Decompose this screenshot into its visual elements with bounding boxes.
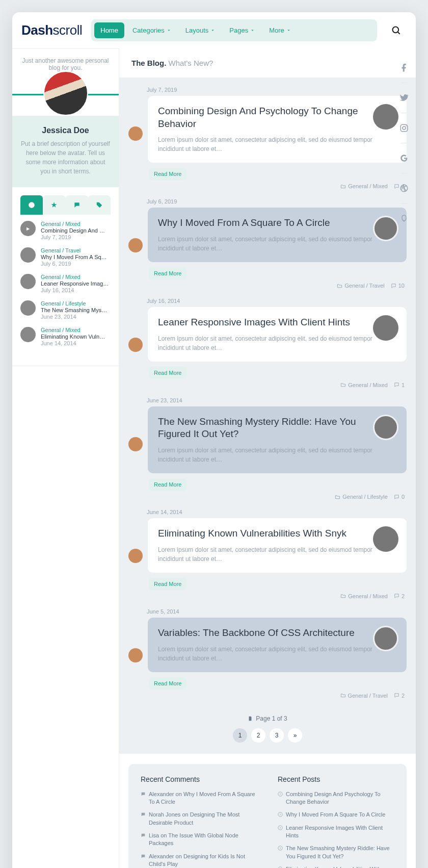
svg-point-5 <box>278 826 282 830</box>
post: June 23, 2014 The New Smashing Mystery R… <box>128 397 407 500</box>
recent-comment[interactable]: Alexander on Why I Moved From A Square T… <box>141 790 257 806</box>
post-category: General / Travel <box>41 247 107 253</box>
facebook-icon[interactable] <box>399 63 409 72</box>
post-excerpt: Lorem ipsum dolor sit amet, consectetur … <box>158 235 396 253</box>
post-date: June 5, 2014 <box>147 608 407 615</box>
post: July 7, 2019 Combining Design And Psycho… <box>128 87 407 189</box>
post-category-meta[interactable]: General / Travel <box>340 693 388 699</box>
post-thumb <box>20 221 36 236</box>
dribbble-icon[interactable] <box>399 184 409 193</box>
post-category-meta[interactable]: General / Travel <box>337 283 384 289</box>
post-card[interactable]: Eliminating Known Vulnerabilities With S… <box>148 518 407 573</box>
profile-bio: Put a brief description of yourself here… <box>20 139 111 176</box>
post-card[interactable]: Variables: The Backbone Of CSS Architect… <box>148 618 407 672</box>
recent-comment[interactable]: Lisa on The Issue With Global Node Packa… <box>141 832 257 848</box>
comment-icon <box>141 812 146 817</box>
nav-more[interactable]: More <box>263 22 297 38</box>
tag-icon <box>96 201 103 209</box>
recent-comments-title: Recent Comments <box>141 775 257 783</box>
post-excerpt: Lorem ipsum dolor sit amet, consectetur … <box>158 334 396 352</box>
search-button[interactable] <box>386 20 407 41</box>
post-card[interactable]: Why I Moved From A Square To A Circle Lo… <box>148 208 407 262</box>
post-category-meta[interactable]: General / Mixed <box>340 382 388 388</box>
tab-comments[interactable] <box>66 195 88 215</box>
post-comments-meta[interactable]: 1 <box>394 382 405 388</box>
sidebar-post[interactable]: General / Mixed Leaner Responsive Imag… … <box>20 274 111 293</box>
recent-comment[interactable]: Norah Jones on Designing The Most Desira… <box>141 811 257 827</box>
nav-home[interactable]: Home <box>94 22 124 38</box>
sidebar-post[interactable]: General / Mixed Combining Design And … J… <box>20 221 111 240</box>
nav-layouts[interactable]: Layouts <box>179 22 222 38</box>
page-title: The Blog. What's New? <box>119 48 416 78</box>
read-more-button[interactable]: Read More <box>149 677 186 690</box>
post-category-meta[interactable]: General / Mixed <box>340 593 388 599</box>
author-avatar <box>128 648 143 662</box>
folder-icon <box>335 494 340 500</box>
sidebar-post[interactable]: General / Mixed Eliminating Known Vuln… … <box>20 327 111 346</box>
post-date: July 7, 2019 <box>41 234 105 240</box>
clock-icon <box>28 201 35 209</box>
recent-post[interactable]: Eliminating Known Vulnerabilities With S… <box>278 865 394 868</box>
sidebar-post-list: General / Mixed Combining Design And … J… <box>12 215 119 366</box>
author-avatar <box>128 126 143 141</box>
nav-categories[interactable]: Categories <box>126 22 177 38</box>
tab-popular[interactable] <box>43 195 65 215</box>
instagram-icon[interactable] <box>399 123 409 133</box>
post-comments-meta[interactable]: 2 <box>394 593 405 599</box>
sidebar-post[interactable]: General / Lifestyle The New Smashing Mys… <box>20 300 111 320</box>
recent-post[interactable]: Why I Moved From A Square To A Circle <box>278 811 394 819</box>
post-card[interactable]: The New Smashing Mystery Riddle: Have Yo… <box>148 406 407 473</box>
post-thumb <box>20 300 36 316</box>
svg-point-3 <box>278 792 282 796</box>
post-card[interactable]: Combining Design And Psychology To Chang… <box>148 96 407 163</box>
svg-point-17 <box>404 221 405 222</box>
chevron-down-icon <box>286 28 291 33</box>
google-icon[interactable] <box>399 154 409 163</box>
page-»[interactable]: » <box>288 728 302 743</box>
read-more-button[interactable]: Read More <box>149 578 186 590</box>
read-more-button[interactable]: Read More <box>149 478 186 491</box>
logo[interactable]: Dashscroll <box>21 22 82 38</box>
post-card[interactable]: Leaner Responsive Images With Client Hin… <box>148 307 407 362</box>
recent-post[interactable]: Leaner Responsive Images With Client Hin… <box>278 824 394 840</box>
svg-line-1 <box>398 32 400 34</box>
post-excerpt: Lorem ipsum dolor sit amet, consectetur … <box>158 135 396 154</box>
post-thumb <box>373 626 398 651</box>
post-excerpt: Lorem ipsum dolor sit amet, consectetur … <box>158 645 396 663</box>
sidebar-post[interactable]: General / Travel Why I Moved From A Sq… … <box>20 247 111 267</box>
svg-point-4 <box>278 812 282 816</box>
post-title: Combining Design And Psychology To Chang… <box>158 105 396 130</box>
post-excerpt: Lorem ipsum dolor sit amet, consectetur … <box>158 545 396 564</box>
comment-icon <box>394 494 399 500</box>
profile-avatar <box>43 71 88 116</box>
page-1[interactable]: 1 <box>233 728 247 743</box>
folder-icon <box>340 382 346 388</box>
post-comments-meta[interactable]: 2 <box>394 693 405 699</box>
page-2[interactable]: 2 <box>251 728 265 743</box>
comment-icon <box>391 283 396 289</box>
recent-posts-title: Recent Posts <box>278 775 394 783</box>
tab-tags[interactable] <box>88 195 111 215</box>
read-more-button[interactable]: Read More <box>149 168 186 180</box>
post-comments-meta[interactable]: 10 <box>391 283 405 289</box>
post-category: General / Mixed <box>41 327 105 333</box>
tab-recent[interactable] <box>20 195 43 215</box>
svg-point-14 <box>403 126 406 130</box>
post-date: July 16, 2014 <box>147 298 407 304</box>
recent-comment[interactable]: Alexander on Designing for Kids Is Not C… <box>141 853 257 868</box>
misc-icon[interactable] <box>399 214 409 223</box>
page-icon <box>248 716 253 721</box>
read-more-button[interactable]: Read More <box>149 267 186 279</box>
twitter-icon[interactable] <box>399 93 409 103</box>
read-more-button[interactable]: Read More <box>149 367 186 379</box>
recent-post[interactable]: Combining Design And Psychology To Chang… <box>278 790 394 806</box>
nav-pages[interactable]: Pages <box>223 22 261 38</box>
chat-icon <box>73 201 81 209</box>
post-category-meta[interactable]: General / Mixed <box>340 183 388 189</box>
recent-post[interactable]: The New Smashing Mystery Riddle: Have Yo… <box>278 845 394 860</box>
page-3[interactable]: 3 <box>270 728 284 743</box>
post-category-meta[interactable]: General / Lifestyle <box>335 494 388 500</box>
chevron-down-icon <box>167 28 171 33</box>
post-comments-meta[interactable]: 0 <box>394 494 405 500</box>
folder-icon <box>337 283 342 289</box>
